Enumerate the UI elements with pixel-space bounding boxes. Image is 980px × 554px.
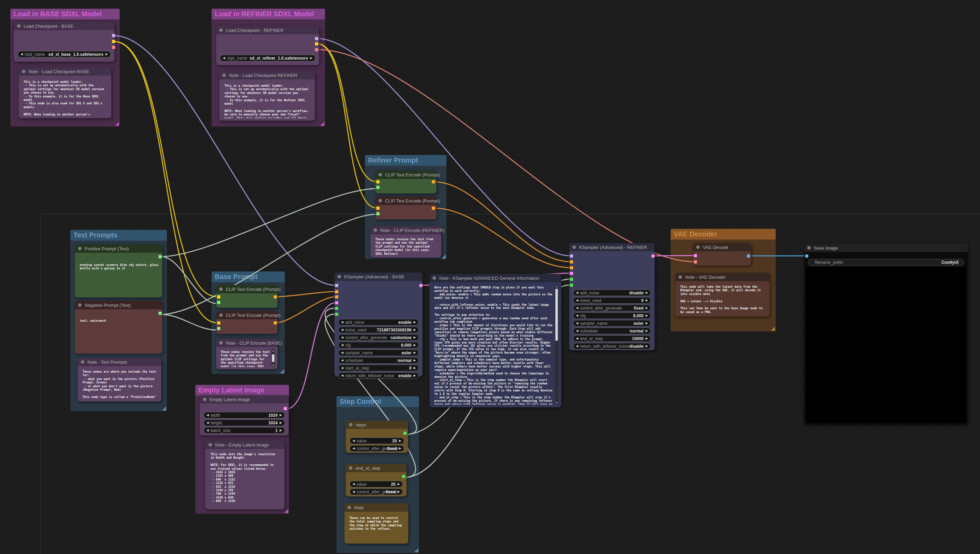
widget-control-after-generate[interactable]: ◀control_after_generatefixed▶ xyxy=(573,305,651,311)
arrow-left-icon[interactable]: ◀ xyxy=(353,490,355,494)
note-text[interactable]: This node will take the latent data from… xyxy=(678,283,766,314)
arrow-right-icon[interactable]: ▶ xyxy=(105,53,108,56)
node-note-clip-encode-refiner[interactable]: Note - CLIP Encode (REFINER) These nodes… xyxy=(370,226,441,258)
node-clip-encode-refiner-positive[interactable]: CLIP Text Encode (Prompt) xyxy=(375,170,436,193)
input-slot-steps[interactable] xyxy=(335,307,338,310)
node-ksampler-advanced-base[interactable]: KSampler (Advanced) - BASE ◀add_noiseena… xyxy=(334,272,423,376)
node-note-step-control[interactable]: Note These can be used to control the to… xyxy=(345,503,408,544)
output-slot-conditioning[interactable] xyxy=(432,207,435,210)
collapse-dot-icon[interactable] xyxy=(222,73,226,77)
widget-control-after-generate[interactable]: ◀control_after_generaterandomize▶ xyxy=(338,334,419,341)
arrow-right-icon[interactable]: ▶ xyxy=(413,366,416,369)
arrow-right-icon[interactable]: ▶ xyxy=(397,490,400,494)
scroll-thumb[interactable] xyxy=(272,354,275,362)
arrow-left-icon[interactable]: ◀ xyxy=(353,439,355,443)
output-slot-latent[interactable] xyxy=(284,407,287,410)
collapse-dot-icon[interactable] xyxy=(433,276,436,280)
node-end-at-step[interactable]: end_at_step ◀value20▶ ◀control_after_gen… xyxy=(346,464,407,497)
node-clip-encode-base-negative[interactable]: CLIP Text Encode (Prompt) xyxy=(216,311,278,334)
collapse-dot-icon[interactable] xyxy=(349,423,353,427)
output-slot-text[interactable] xyxy=(158,312,162,315)
input-slot-clip[interactable] xyxy=(377,207,380,210)
note-text[interactable]: These nodes receive the text from the pr… xyxy=(219,349,271,367)
arrow-left-icon[interactable]: ◀ xyxy=(341,351,343,354)
input-slot-text[interactable] xyxy=(217,327,220,330)
collapse-dot-icon[interactable] xyxy=(219,29,223,32)
widget-batch-size[interactable]: ◀batch_size1▶ xyxy=(204,427,285,434)
arrow-left-icon[interactable]: ◀ xyxy=(341,336,343,339)
input-slot-clip[interactable] xyxy=(217,322,220,325)
arrow-right-icon[interactable]: ▶ xyxy=(279,429,282,432)
input-slot-clip[interactable] xyxy=(217,295,220,298)
collapse-dot-icon[interactable] xyxy=(378,199,382,202)
node-note-clip-encode-base[interactable]: Note - CLIP Encode (BASE) These nodes re… xyxy=(216,339,278,369)
widget-control-after-generate[interactable]: ◀control_after_generatefixed▶ xyxy=(350,489,403,495)
node-positive-prompt[interactable]: Positive Prompt (Text) evening sunset sc… xyxy=(75,244,162,298)
widget-width[interactable]: ◀width1024▶ xyxy=(204,412,285,419)
input-slot-positive[interactable] xyxy=(335,290,338,293)
node-graph-canvas[interactable]: Load in BASE SDXL Model Load in REFINER … xyxy=(0,0,980,554)
output-slot-conditioning[interactable] xyxy=(432,180,435,183)
input-slot-clip[interactable] xyxy=(377,180,380,183)
widget-scheduler[interactable]: ◀schedulernormal▶ xyxy=(573,328,651,334)
arrow-left-icon[interactable]: ◀ xyxy=(353,447,355,450)
widget-sampler-name[interactable]: ◀sampler_nameeuler▶ xyxy=(573,320,651,326)
node-empty-latent-image[interactable]: Empty Latent Image ◀width1024▶ ◀height10… xyxy=(200,395,289,435)
output-slot-conditioning[interactable] xyxy=(274,295,277,298)
prompt-textarea[interactable]: text, watermark xyxy=(78,318,161,351)
output-slot-vae[interactable] xyxy=(112,46,115,49)
arrow-right-icon[interactable]: ▶ xyxy=(646,306,648,310)
arrow-right-icon[interactable]: ▶ xyxy=(399,439,401,443)
arrow-right-icon[interactable]: ▶ xyxy=(646,345,648,348)
node-note-vae-decoder[interactable]: Note - VAE Decoder This node will take t… xyxy=(675,273,769,317)
collapse-dot-icon[interactable] xyxy=(219,341,223,345)
widget-start-at-step[interactable]: ◀start_at_step0▶ xyxy=(338,365,419,371)
input-slot-negative[interactable] xyxy=(335,295,338,298)
collapse-dot-icon[interactable] xyxy=(22,70,26,73)
output-slot-int[interactable] xyxy=(402,475,405,478)
arrow-right-icon[interactable]: ▶ xyxy=(279,421,282,424)
output-slot-clip[interactable] xyxy=(112,40,115,43)
arrow-left-icon[interactable]: ◀ xyxy=(21,53,23,56)
arrow-right-icon[interactable]: ▶ xyxy=(646,299,648,302)
prompt-textarea[interactable]: evening sunset scenery blue sky nature, … xyxy=(78,262,161,295)
widget-cfg[interactable]: ◀cfg8.000▶ xyxy=(573,312,651,319)
arrow-left-icon[interactable]: ◀ xyxy=(576,291,578,295)
input-slot-latent-image[interactable] xyxy=(335,301,338,304)
widget-value[interactable]: ◀value20▶ xyxy=(350,481,403,487)
collapse-dot-icon[interactable] xyxy=(349,466,353,470)
arrow-left-icon[interactable]: ◀ xyxy=(341,366,343,369)
collapse-dot-icon[interactable] xyxy=(338,275,341,279)
node-save-image[interactable]: Save Image filename_prefix ComfyUI xyxy=(804,244,968,425)
input-slot-vae[interactable] xyxy=(694,260,697,263)
arrow-right-icon[interactable]: ▶ xyxy=(646,322,648,325)
arrow-right-icon[interactable]: ▶ xyxy=(279,414,282,417)
arrow-right-icon[interactable]: ▶ xyxy=(413,344,416,347)
output-slot-image[interactable] xyxy=(747,255,750,258)
scroll-up-icon[interactable]: ▲ xyxy=(555,285,558,288)
arrow-left-icon[interactable]: ◀ xyxy=(576,322,578,325)
arrow-left-icon[interactable]: ◀ xyxy=(576,314,578,317)
input-slot-samples[interactable] xyxy=(694,254,697,257)
output-slot-vae[interactable] xyxy=(315,48,318,51)
node-note-load-checkpoint-base[interactable]: Note - Load Checkpoint BASE This is a ch… xyxy=(19,67,111,118)
collapse-dot-icon[interactable] xyxy=(78,247,81,250)
widget-add-noise[interactable]: ◀add_noisedisable▶ xyxy=(573,290,651,296)
arrow-left-icon[interactable]: ◀ xyxy=(341,328,343,331)
arrow-left-icon[interactable]: ◀ xyxy=(576,337,578,340)
collapse-dot-icon[interactable] xyxy=(219,287,223,291)
arrow-right-icon[interactable]: ▶ xyxy=(646,291,648,295)
node-load-checkpoint-refiner[interactable]: Load Checkpoint - REFINER ◀ ckpt_name sd… xyxy=(216,26,319,65)
widget-return-with-leftover-noise[interactable]: ◀return_with_leftover_noiseenable▶ xyxy=(338,373,419,379)
widget-ckpt-name[interactable]: ◀ ckpt_name sd_xl_refiner_1.0.safetensor… xyxy=(220,55,315,61)
scroll-down-icon[interactable]: ▼ xyxy=(555,401,558,404)
arrow-left-icon[interactable]: ◀ xyxy=(341,321,343,324)
arrow-left-icon[interactable]: ◀ xyxy=(353,482,355,486)
note-text[interactable]: This node sets the image's resolution in… xyxy=(209,451,281,506)
node-clip-encode-refiner-negative[interactable]: CLIP Text Encode (Prompt) xyxy=(375,197,436,220)
arrow-right-icon[interactable]: ▶ xyxy=(646,337,648,340)
note-text[interactable]: These nodes are where you include the te… xyxy=(81,369,158,399)
collapse-dot-icon[interactable] xyxy=(696,245,700,249)
widget-scheduler[interactable]: ◀schedulernormal▶ xyxy=(338,357,419,364)
collapse-dot-icon[interactable] xyxy=(78,303,81,307)
